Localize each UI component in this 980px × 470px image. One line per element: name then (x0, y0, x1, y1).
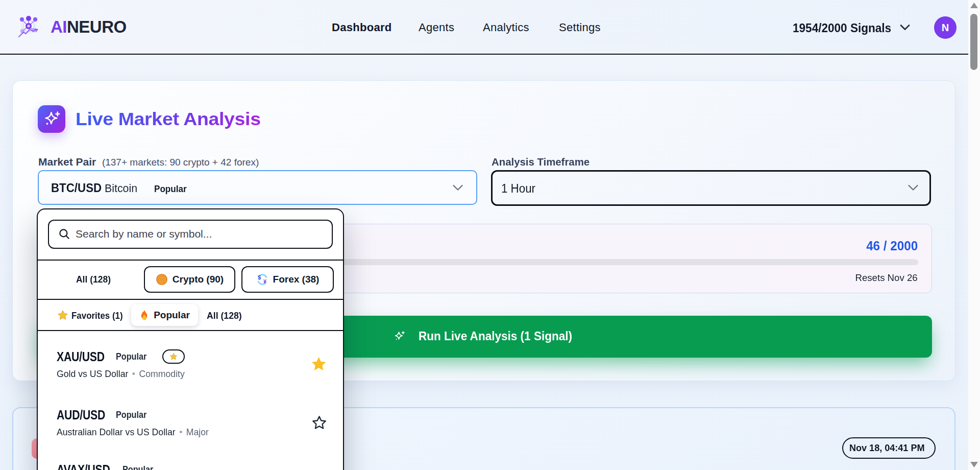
svg-text:$: $ (258, 274, 261, 280)
svg-text:¥: ¥ (263, 278, 267, 285)
